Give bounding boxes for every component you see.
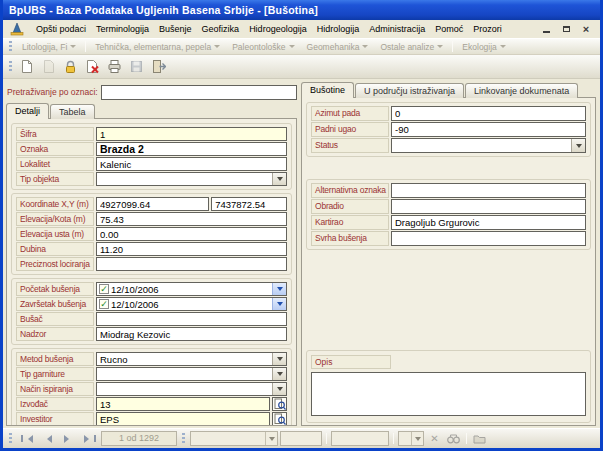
toolbar-grip[interactable]	[9, 61, 12, 73]
lookup-icon	[274, 398, 286, 410]
find-button[interactable]	[445, 431, 462, 446]
padni-ugao-input[interactable]	[391, 122, 586, 137]
toolbar-grip[interactable]	[182, 433, 185, 445]
toolbar-grip[interactable]	[9, 433, 12, 445]
zavrsetak-busenja-datepicker[interactable]: ✓ 12/10/2006	[96, 297, 287, 311]
checkbox-checked-icon[interactable]: ✓	[99, 284, 109, 294]
investitor-lookup-button[interactable]	[272, 412, 287, 426]
nacin-ispiranja-select[interactable]	[96, 382, 287, 396]
preciznost-input[interactable]	[96, 257, 287, 271]
azimut-pada-input[interactable]	[391, 106, 586, 121]
application-window: BpUBS - Baza Podataka Ugljenih Basena Sr…	[0, 0, 603, 451]
search-label: Pretraživanje po oznaci:	[7, 87, 98, 97]
small-filter-combo[interactable]	[398, 431, 424, 446]
metod-busenja-value[interactable]	[97, 353, 272, 365]
field-izvodjac: Izvođač	[16, 397, 287, 411]
menu-pomoc[interactable]: Pomoć	[430, 22, 468, 36]
first-record-button[interactable]	[17, 431, 36, 446]
nacin-ispiranja-value[interactable]	[97, 383, 272, 395]
detalji-tabpanel: Šifra Oznaka Lokalitet Tip objekta	[6, 118, 297, 426]
status-select[interactable]	[391, 138, 586, 153]
filter-combo[interactable]	[190, 431, 278, 446]
oznaka-input[interactable]	[96, 142, 287, 156]
lokalitet-input[interactable]	[96, 157, 287, 171]
open-record-button[interactable]	[38, 57, 59, 76]
lock-button[interactable]	[60, 57, 81, 76]
search-input[interactable]	[101, 85, 297, 100]
tab-tabela[interactable]: Tabela	[50, 104, 95, 119]
toolbar-ostale-analize[interactable]: Ostale analize	[375, 41, 448, 53]
dropdown-arrow-icon[interactable]	[265, 432, 277, 445]
dropdown-arrow-icon[interactable]	[272, 368, 286, 380]
tab-detalji[interactable]: Detalji	[6, 103, 49, 119]
dropdown-arrow-icon[interactable]	[272, 353, 286, 365]
nadzor-input[interactable]	[96, 327, 287, 341]
dropdown-arrow-icon[interactable]	[411, 432, 423, 445]
menu-busenje[interactable]: Bušenje	[154, 22, 197, 36]
menu-hidrologija[interactable]: Hidrologija	[312, 22, 365, 36]
exit-button[interactable]	[148, 57, 169, 76]
elevacija-kota-input[interactable]	[96, 212, 287, 226]
pocetak-busenja-datepicker[interactable]: ✓ 12/10/2006	[96, 282, 287, 296]
right-tabs: Bušotine U području istraživanja Linkova…	[301, 82, 596, 98]
toolbar-litologija[interactable]: Litologija, Fi	[17, 41, 81, 53]
toolbar-grip[interactable]	[9, 41, 12, 53]
save-button[interactable]	[126, 57, 147, 76]
clear-filter-button[interactable]: ✕	[426, 431, 443, 446]
toolbar-tehnicka[interactable]: Tehnička, elementarna, pepela	[90, 41, 225, 53]
investitor-input[interactable]	[96, 412, 270, 426]
tip-objekta-select[interactable]	[96, 172, 287, 186]
checkbox-checked-icon[interactable]: ✓	[99, 299, 109, 309]
izvodjac-input[interactable]	[96, 397, 270, 411]
minimize-icon[interactable]	[540, 23, 552, 35]
next-record-button[interactable]	[59, 431, 78, 446]
menu-opsti-podaci[interactable]: Opšti podaci	[31, 22, 91, 36]
dropdown-arrow-icon[interactable]	[272, 383, 286, 395]
alternativna-oznaka-input[interactable]	[391, 183, 586, 198]
toolbar-ekologija[interactable]: Ekologija	[457, 41, 511, 53]
busac-input[interactable]	[96, 312, 287, 326]
elevacija-usta-input[interactable]	[96, 227, 287, 241]
dropdown-arrow-icon[interactable]	[571, 139, 585, 152]
tip-objekta-label: Tip objekta	[16, 172, 94, 186]
status-value[interactable]	[392, 139, 571, 152]
dropdown-arrow-icon[interactable]	[272, 298, 286, 310]
filter-value-box-2[interactable]	[331, 431, 389, 446]
tip-garniture-select[interactable]	[96, 367, 287, 381]
kartirao-input[interactable]	[391, 215, 586, 230]
previous-record-button[interactable]	[38, 431, 57, 446]
new-record-button[interactable]	[16, 57, 37, 76]
dropdown-arrow-icon[interactable]	[272, 283, 286, 295]
izvodjac-lookup-button[interactable]	[272, 397, 287, 411]
restore-icon[interactable]	[560, 23, 572, 35]
documents-button[interactable]	[471, 431, 488, 446]
menu-hidrogeologija[interactable]: Hidrogeologija	[244, 22, 312, 36]
delete-record-button[interactable]	[82, 57, 103, 76]
lock-icon	[63, 59, 78, 74]
menu-prozori[interactable]: Prozori	[468, 22, 507, 36]
tip-garniture-value[interactable]	[97, 368, 272, 380]
toolbar-geomehanika[interactable]: Geomehanika	[302, 41, 374, 53]
obradio-input[interactable]	[391, 199, 586, 214]
last-record-button[interactable]	[80, 431, 99, 446]
azimut-pada-label: Azimut pada	[311, 106, 389, 121]
toolbar-paleontoloske[interactable]: Paleontološke	[227, 41, 299, 53]
koordinata-y-input[interactable]	[211, 197, 287, 211]
tip-objekta-value[interactable]	[97, 173, 272, 185]
menu-geofizika[interactable]: Geofizika	[197, 22, 245, 36]
menu-administracija[interactable]: Administracija	[364, 22, 430, 36]
metod-busenja-select[interactable]	[96, 352, 287, 366]
tab-u-podrucju-istrazivanja[interactable]: U području istraživanja	[355, 83, 464, 98]
filter-value-box[interactable]	[280, 431, 322, 446]
koordinata-x-input[interactable]	[96, 197, 209, 211]
sifra-input[interactable]	[96, 127, 287, 141]
dubina-input[interactable]	[96, 242, 287, 256]
dropdown-arrow-icon[interactable]	[272, 173, 286, 185]
print-button[interactable]	[104, 57, 125, 76]
svrha-busenja-input[interactable]	[391, 231, 586, 246]
opis-textarea[interactable]	[311, 372, 586, 416]
menu-terminologija[interactable]: Terminologija	[91, 22, 154, 36]
close-icon[interactable]: ×	[580, 23, 592, 35]
tab-linkovanje-dokumenata[interactable]: Linkovanje dokumenata	[465, 83, 578, 98]
tab-busotine[interactable]: Bušotine	[301, 82, 354, 98]
